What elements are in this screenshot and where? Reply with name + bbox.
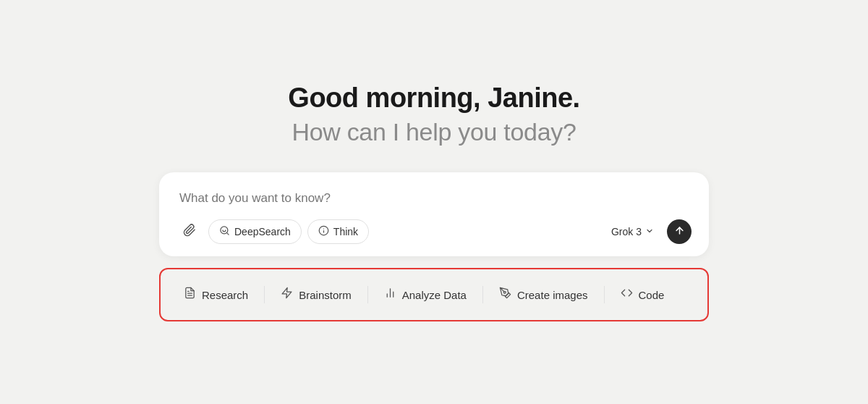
send-icon: [674, 225, 685, 239]
suggestion-analyze[interactable]: Analyze Data: [373, 279, 478, 310]
research-icon: [184, 287, 196, 303]
suggestion-code[interactable]: Code: [609, 279, 676, 310]
greeting-section: Good morning, Janine. How can I help you…: [288, 83, 579, 146]
toolbar-left: DeepSearch Think: [176, 219, 369, 245]
main-input[interactable]: [174, 188, 694, 209]
paperclip-icon: [183, 224, 196, 240]
think-label: Think: [333, 226, 358, 237]
main-container: Good morning, Janine. How can I help you…: [145, 83, 723, 321]
send-button[interactable]: [667, 219, 692, 244]
attach-button[interactable]: [176, 219, 203, 245]
svg-point-9: [503, 291, 506, 293]
grok-label: Grok 3: [611, 226, 642, 237]
images-icon: [499, 287, 511, 303]
code-label: Code: [639, 289, 665, 301]
code-icon: [621, 287, 633, 303]
suggestion-brainstorm[interactable]: Brainstorm: [269, 279, 363, 310]
toolbar-right: Grok 3: [605, 219, 692, 244]
suggestion-row: Research Brainstorm Analyze Data: [159, 268, 709, 321]
suggestion-research[interactable]: Research: [172, 279, 260, 310]
think-button[interactable]: Think: [307, 219, 369, 244]
svg-marker-5: [282, 287, 292, 298]
brainstorm-icon: [281, 287, 293, 303]
divider-2: [367, 286, 368, 303]
greeting-subtitle: How can I help you today?: [288, 118, 579, 146]
deepsearch-button[interactable]: DeepSearch: [208, 219, 302, 244]
divider-4: [604, 286, 605, 303]
analyze-icon: [384, 287, 396, 303]
images-label: Create images: [517, 289, 588, 301]
suggestion-images[interactable]: Create images: [488, 279, 600, 310]
brainstorm-label: Brainstorm: [299, 289, 352, 301]
chevron-down-icon: [645, 227, 654, 237]
greeting-title: Good morning, Janine.: [288, 83, 579, 114]
input-card: DeepSearch Think Grok 3: [159, 172, 709, 256]
think-icon: [318, 225, 329, 238]
research-label: Research: [202, 289, 248, 301]
grok-selector[interactable]: Grok 3: [605, 222, 660, 242]
deepsearch-label: DeepSearch: [234, 226, 291, 237]
analyze-label: Analyze Data: [402, 289, 467, 301]
deepsearch-icon: [219, 225, 230, 238]
input-toolbar: DeepSearch Think Grok 3: [174, 219, 694, 245]
divider-1: [264, 286, 265, 303]
divider-3: [482, 286, 483, 303]
